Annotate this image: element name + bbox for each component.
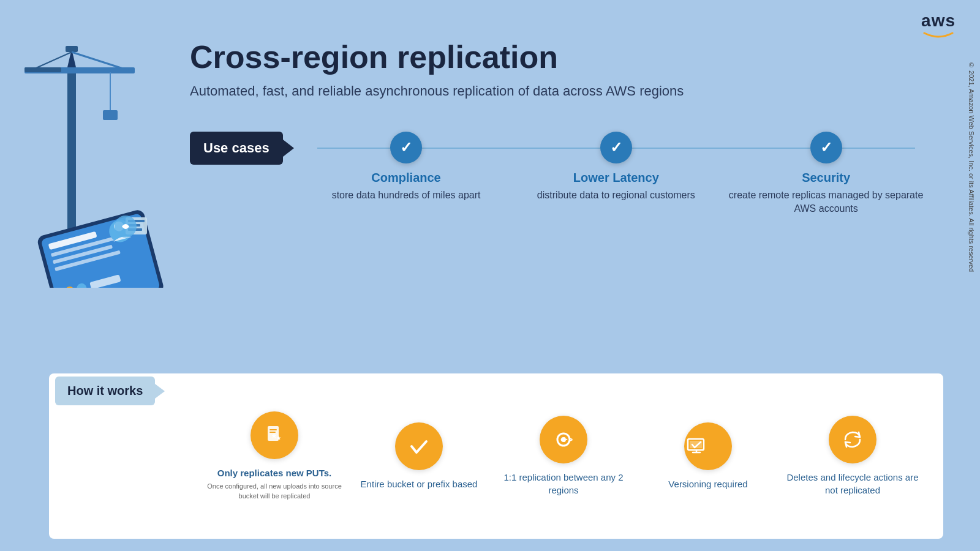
code-brackets-icon: <·> [551, 427, 576, 452]
security-desc: create remote replicas managed by separa… [721, 189, 931, 216]
new-puts-subtitle: Once configured, all new uploads into so… [207, 482, 342, 501]
svg-rect-8 [103, 110, 118, 120]
crane-illustration [6, 31, 165, 288]
svg-rect-27 [270, 432, 276, 433]
security-title: Security [802, 171, 850, 185]
title-area: Cross-region replication Automated, fast… [190, 40, 684, 99]
aws-smile-icon [923, 32, 954, 39]
page-subtitle: Automated, fast, and reliable asynchrono… [190, 83, 684, 99]
compliance-title: Compliance [371, 171, 440, 185]
svg-text:<·>: <·> [560, 435, 573, 444]
use-cases-section: Use cases ✓ Compliance store data hundre… [190, 132, 931, 216]
svg-rect-25 [268, 426, 279, 441]
how-it-works-section: How it works Only replicates new PUTs. O… [49, 349, 943, 539]
versioning-title: Versioning required [668, 478, 747, 490]
lower-latency-check-icon: ✓ [610, 139, 622, 156]
document-star-icon [263, 424, 286, 447]
copyright-text: © 2021, Amazon Web Services, Inc. or its… [968, 61, 975, 490]
how-item-versioning: Versioning required [636, 422, 780, 490]
how-item-new-puts: Only replicates new PUTs. Once configure… [202, 411, 347, 501]
page-title: Cross-region replication [190, 40, 684, 75]
svg-rect-2 [24, 67, 61, 72]
compliance-desc: store data hundreds of miles apart [332, 189, 481, 202]
lower-latency-title: Lower Latency [573, 171, 659, 185]
lower-latency-desc: distribute data to regional customers [537, 189, 695, 202]
lower-latency-circle: ✓ [600, 132, 632, 163]
svg-rect-26 [270, 429, 277, 430]
use-cases-label: Use cases [190, 132, 283, 165]
checkmark-circle-icon [407, 434, 431, 459]
use-case-security: ✓ Security create remote replicas manage… [721, 132, 931, 216]
deletes-title: Deletes and lifecycle actions are not re… [785, 471, 920, 497]
security-circle: ✓ [810, 132, 842, 163]
aws-logo-text: aws [921, 11, 956, 31]
new-puts-title: Only replicates new PUTs. [217, 467, 331, 479]
monitor-check-icon [684, 434, 709, 459]
security-check-icon: ✓ [820, 139, 832, 156]
compliance-check-icon: ✓ [400, 139, 412, 156]
deletes-icon-circle [829, 416, 876, 463]
svg-rect-4 [66, 46, 78, 52]
one-to-one-icon-circle: <·> [540, 416, 587, 463]
one-to-one-title: 1:1 replication between any 2 regions [496, 471, 631, 497]
versioning-icon-circle [684, 422, 732, 470]
bucket-prefix-title: Entire bucket or prefix based [361, 478, 478, 490]
compliance-circle: ✓ [390, 132, 422, 163]
how-item-bucket-prefix: Entire bucket or prefix based [347, 422, 491, 490]
how-item-one-to-one: <·> 1:1 replication between any 2 region… [491, 416, 636, 497]
use-case-compliance: ✓ Compliance store data hundreds of mile… [301, 132, 511, 202]
how-it-works-items: Only replicates new PUTs. Once configure… [184, 373, 943, 539]
how-it-works-label: How it works [55, 377, 155, 405]
sync-arrows-icon [840, 427, 865, 452]
use-case-lower-latency: ✓ Lower Latency distribute data to regio… [511, 132, 721, 202]
bucket-prefix-icon-circle [395, 422, 443, 470]
use-cases-items: ✓ Compliance store data hundreds of mile… [301, 132, 931, 216]
how-it-works-arrow [155, 384, 165, 399]
new-puts-icon-circle [251, 411, 298, 459]
aws-logo: aws [921, 11, 956, 42]
how-item-deletes: Deletes and lifecycle actions are not re… [780, 416, 925, 497]
